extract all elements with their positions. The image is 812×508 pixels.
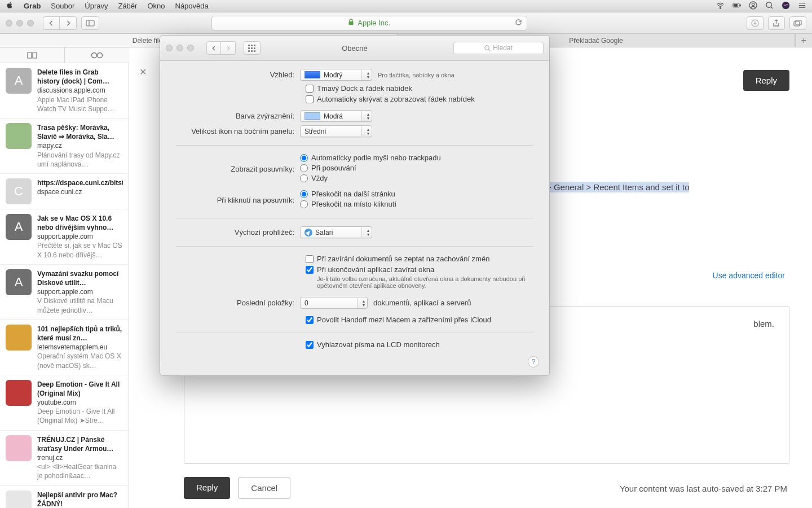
highlight-label: Barva zvýraznění: [176, 112, 300, 120]
click-option[interactable]: Přeskočit na další stránku [300, 190, 533, 198]
back-button[interactable] [43, 16, 60, 30]
lcd-font-checkbox[interactable]: Vyhlazovat písma na LCD monitorech [306, 340, 533, 349]
siri-icon[interactable] [782, 1, 790, 11]
sidebar-tabs [0, 47, 129, 63]
thumbnail: A [6, 214, 32, 240]
svg-rect-2 [740, 5, 740, 6]
recent-suffix: dokumentů, aplikací a serverů [373, 299, 471, 307]
appearance-hint: Pro tlačítka, nabídky a okna [378, 72, 454, 78]
scroll-option[interactable]: Při posouvání [300, 164, 533, 172]
safari-toolbar: Apple Inc. [0, 12, 812, 34]
list-item[interactable]: TRÉNUJ.CZ | Pánské kraťasy Under Armou…t… [0, 431, 129, 486]
item-desc: Deep Emotion - Give It All (Original Mix… [37, 407, 123, 425]
item-domain: support.apple.com [37, 232, 123, 241]
thumbnail [6, 325, 32, 351]
back-button[interactable] [206, 41, 221, 55]
browser-select[interactable]: Safari▴▾ [300, 226, 372, 238]
spotlight-icon[interactable] [765, 1, 774, 11]
system-preferences-window: Obecné Hledat Vzhled: Modrý▴▾ Pro tlačít… [160, 35, 550, 376]
notification-center-icon[interactable] [798, 1, 806, 11]
reply-button[interactable]: Reply [743, 70, 789, 91]
svg-rect-9 [349, 21, 354, 25]
user-icon[interactable] [749, 1, 757, 11]
menu-item[interactable]: Okno [147, 2, 165, 10]
scroll-option[interactable]: Vždy [300, 174, 533, 182]
iconsize-label: Velikost ikon na bočním panelu: [176, 127, 300, 135]
window-controls[interactable] [6, 20, 34, 27]
list-item[interactable]: ADelete files in Grab history (dock) | C… [0, 63, 129, 119]
reply-submit-button[interactable]: Reply [184, 477, 230, 499]
close-icon[interactable]: ✕ [139, 67, 147, 77]
list-item[interactable]: AVymazání svazku pomocí Diskové utilit…s… [0, 265, 129, 320]
item-domain: youtube.com [37, 398, 123, 407]
address-host: Apple Inc. [358, 19, 390, 27]
recent-stepper[interactable]: 0▴▾ [300, 297, 368, 309]
item-title: Deep Emotion - Give It All (Original Mix… [37, 380, 123, 398]
list-item[interactable]: Nejlepší antivir pro Mac? ŽÁDNÝ! [0, 486, 129, 508]
click-option[interactable]: Přeskočit na místo kliknutí [300, 200, 533, 208]
scroll-option[interactable]: Automaticky podle myši nebo trackpadu [300, 154, 533, 162]
item-desc: V Diskové utilitě na Macu můžete jednotl… [37, 296, 123, 314]
battery-icon[interactable] [732, 1, 741, 11]
thumbnail [6, 380, 32, 406]
list-item[interactable]: Trasa pěšky: Morávka, Slavíč ⇒ Morávka, … [0, 119, 129, 174]
prefs-search[interactable]: Hledat [453, 42, 544, 54]
autosave-status: Your content was last auto-saved at 3:27… [620, 484, 787, 493]
nav-back-forward[interactable] [43, 16, 77, 30]
click-scrollbar-label: Při kliknutí na posuvník: [176, 196, 300, 204]
bookmarks-tab-icon[interactable] [0, 47, 65, 63]
prefs-toolbar: Obecné Hledat [160, 36, 549, 61]
handoff-checkbox[interactable]: Povolit Handoff mezi Macem a zařízeními … [306, 316, 533, 324]
item-desc: <ul> <li>HeatGear tkanina je pohodln&aac… [37, 462, 123, 480]
item-title: https://dspace.cuni.cz/bitstr… [37, 178, 123, 187]
list-item[interactable]: Deep Emotion - Give It All (Original Mix… [0, 375, 129, 431]
svg-point-0 [720, 7, 721, 8]
item-domain: discussions.apple.com [37, 86, 123, 95]
close-windows-hint: Je-li tato volba označena, aktuálně otev… [317, 275, 531, 289]
show-all-button[interactable] [244, 41, 261, 55]
highlight-select[interactable]: Modrá▴▾ [300, 110, 372, 122]
apple-menu-icon[interactable] [6, 1, 14, 11]
svg-point-13 [92, 52, 97, 58]
menu-item[interactable]: Soubor [51, 2, 74, 10]
downloads-button[interactable] [747, 16, 764, 30]
iconsize-select[interactable]: Střední▴▾ [300, 125, 372, 137]
address-bar[interactable]: Apple Inc. [211, 16, 527, 30]
advanced-editor-link[interactable]: Use advanced editor [713, 271, 785, 280]
forward-button[interactable] [60, 16, 77, 30]
new-tab-button[interactable]: + [795, 34, 812, 47]
wifi-icon[interactable] [716, 1, 725, 11]
thumbnail [6, 123, 32, 149]
ask-changes-checkbox[interactable]: Při zavírání dokumentů se zeptat na zach… [306, 255, 533, 263]
svg-rect-8 [86, 20, 94, 26]
appearance-select[interactable]: Modrý▴▾ [300, 69, 372, 81]
tabs-button[interactable] [789, 16, 806, 30]
list-item[interactable]: AJak se v Mac OS X 10.6 nebo dřívějším v… [0, 209, 129, 265]
help-button[interactable]: ? [528, 356, 539, 367]
menu-item[interactable]: Záběr [118, 2, 137, 10]
recent-label: Poslední položky: [176, 299, 300, 307]
reload-icon[interactable] [515, 19, 522, 28]
item-title: Trasa pěšky: Morávka, Slavíč ⇒ Morávka, … [37, 123, 123, 141]
browser-label: Výchozí prohlížeč: [176, 228, 300, 237]
cancel-button[interactable]: Cancel [238, 477, 290, 499]
list-item[interactable]: 101 nejlepších tipů a triků, které musí … [0, 320, 129, 375]
prefs-nav[interactable] [206, 41, 236, 55]
sidebar-toggle-button[interactable] [81, 16, 99, 30]
thumbnail [6, 435, 32, 461]
safari-icon [304, 229, 312, 237]
search-placeholder: Hledat [493, 44, 513, 52]
reading-list-tab-icon[interactable] [65, 47, 129, 63]
item-domain: mapy.cz [37, 141, 123, 150]
menu-item[interactable]: Nápověda [175, 2, 209, 10]
menu-item[interactable]: Úpravy [85, 2, 108, 10]
dark-dock-checkbox[interactable]: Tmavý Dock a řádek nabídek [306, 84, 533, 93]
list-item[interactable]: Chttps://dspace.cuni.cz/bitstr…dspace.cu… [0, 174, 129, 209]
item-desc: Přečtěte si, jak se v Mac OS X 10.6 nebo… [37, 241, 123, 259]
app-name[interactable]: Grab [24, 2, 41, 10]
window-controls[interactable] [166, 45, 194, 51]
auto-hide-checkbox[interactable]: Automaticky skrývat a zobrazovat řádek n… [306, 95, 533, 103]
forward-button[interactable] [221, 41, 236, 55]
share-button[interactable] [768, 16, 785, 30]
close-windows-checkbox[interactable]: Při ukončování aplikací zavírat okna [306, 265, 533, 274]
